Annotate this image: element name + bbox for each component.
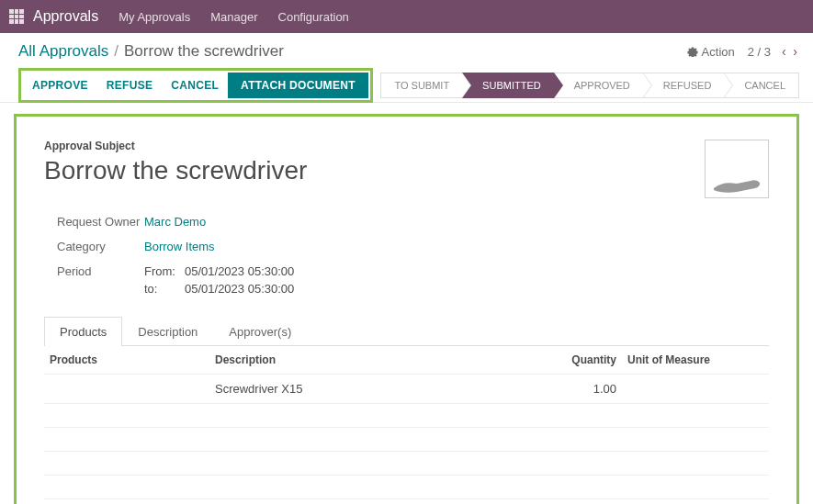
owner-value[interactable]: Marc Demo bbox=[144, 215, 206, 229]
breadcrumb-root[interactable]: All Approvals bbox=[18, 42, 108, 61]
pager-count: 2 / 3 bbox=[748, 45, 771, 59]
period-to-value: 05/01/2023 05:30:00 bbox=[185, 282, 294, 296]
subject-label: Approval Subject bbox=[44, 140, 307, 152]
refuse-button[interactable]: REFUSE bbox=[97, 73, 162, 97]
owner-label: Request Owner bbox=[57, 215, 144, 229]
form-sheet: Approval Subject Borrow the screwdriver … bbox=[14, 114, 799, 504]
col-quantity: Quantity bbox=[548, 346, 622, 375]
tab-approvers[interactable]: Approver(s) bbox=[213, 317, 307, 346]
nav-configuration[interactable]: Configuration bbox=[278, 10, 349, 24]
table-row[interactable]: Screwdriver X15 1.00 bbox=[44, 375, 769, 404]
period-to-prefix: to: bbox=[144, 282, 183, 296]
period-from-prefix: From: bbox=[144, 264, 183, 278]
pager: 2 / 3 ‹ › bbox=[748, 44, 799, 59]
tab-description[interactable]: Description bbox=[122, 317, 213, 346]
category-label: Category bbox=[57, 240, 144, 253]
status-approved[interactable]: APPROVED bbox=[554, 73, 643, 98]
status-to-submit[interactable]: TO SUBMIT bbox=[380, 73, 462, 98]
products-table: Products Description Quantity Unit of Me… bbox=[44, 346, 769, 499]
cell-quantity: 1.00 bbox=[548, 375, 622, 404]
table-row[interactable] bbox=[44, 428, 769, 452]
attach-document-button[interactable]: ATTACH DOCUMENT bbox=[228, 73, 368, 98]
apps-icon[interactable] bbox=[9, 9, 24, 24]
tab-products[interactable]: Products bbox=[44, 317, 122, 346]
gear-icon bbox=[687, 46, 698, 57]
breadcrumb: All Approvals / Borrow the screwdriver bbox=[18, 42, 284, 61]
breadcrumb-separator: / bbox=[114, 42, 119, 61]
nav-manager[interactable]: Manager bbox=[210, 10, 257, 24]
pager-prev-icon[interactable]: ‹ bbox=[780, 44, 788, 59]
nav-my-approvals[interactable]: My Approvals bbox=[119, 10, 190, 24]
tabs: Products Description Approver(s) bbox=[44, 316, 769, 346]
action-button-group: APPROVE REFUSE CANCEL ATTACH DOCUMENT bbox=[18, 68, 373, 103]
table-row[interactable] bbox=[44, 404, 769, 428]
breadcrumb-current: Borrow the screwdriver bbox=[124, 42, 284, 61]
header-row: All Approvals / Borrow the screwdriver A… bbox=[0, 33, 813, 68]
category-image bbox=[705, 140, 769, 198]
pager-next-icon[interactable]: › bbox=[791, 44, 799, 59]
period-from-value: 05/01/2023 05:30:00 bbox=[185, 264, 294, 278]
table-row[interactable] bbox=[44, 476, 769, 499]
status-refused[interactable]: REFUSED bbox=[643, 73, 725, 98]
status-cancel[interactable]: CANCEL bbox=[724, 73, 799, 98]
category-value[interactable]: Borrow Items bbox=[144, 240, 215, 253]
cell-product bbox=[44, 375, 209, 404]
table-row[interactable] bbox=[44, 452, 769, 476]
action-label: Action bbox=[702, 45, 735, 59]
period-label: Period bbox=[57, 264, 144, 278]
col-description: Description bbox=[209, 346, 548, 375]
cell-description: Screwdriver X15 bbox=[209, 375, 548, 404]
col-products: Products bbox=[44, 346, 209, 375]
cancel-button[interactable]: CANCEL bbox=[162, 73, 228, 97]
action-dropdown[interactable]: Action bbox=[687, 45, 735, 59]
toolbar: APPROVE REFUSE CANCEL ATTACH DOCUMENT TO… bbox=[0, 68, 813, 103]
status-submitted[interactable]: SUBMITTED bbox=[462, 73, 554, 98]
topbar: Approvals My Approvals Manager Configura… bbox=[0, 0, 813, 33]
col-uom: Unit of Measure bbox=[622, 346, 769, 375]
hand-icon bbox=[709, 170, 764, 197]
status-bar: TO SUBMIT SUBMITTED APPROVED REFUSED CAN… bbox=[380, 73, 799, 98]
approve-button[interactable]: APPROVE bbox=[23, 73, 97, 97]
app-title[interactable]: Approvals bbox=[33, 8, 98, 25]
subject-title: Borrow the screwdriver bbox=[44, 156, 307, 185]
cell-uom bbox=[622, 375, 769, 404]
